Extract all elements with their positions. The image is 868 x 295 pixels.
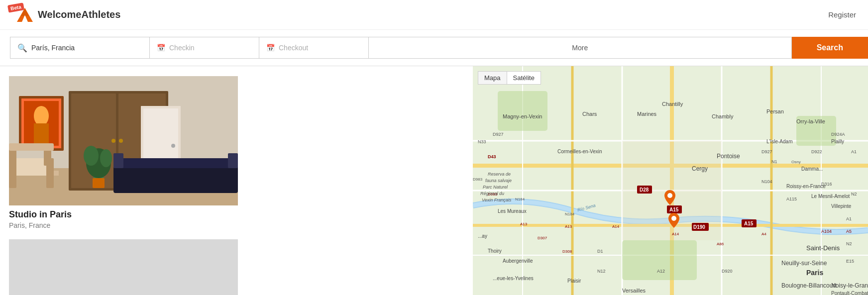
map-controls: Mapa Satélite (478, 71, 541, 85)
svg-text:Vexin Français: Vexin Français (482, 197, 512, 202)
map-pin-1[interactable] (664, 190, 675, 207)
svg-text:Damma...: Damma... (801, 166, 823, 172)
svg-text:N184: N184 (565, 212, 575, 216)
svg-rect-27 (228, 153, 238, 168)
svg-text:Le Mesnil-Amelot: Le Mesnil-Amelot (811, 194, 850, 199)
calendar-checkin-icon: 📅 (157, 44, 165, 52)
svg-text:fauna salvaje: fauna salvaje (485, 178, 512, 183)
svg-text:Cergy: Cergy (692, 165, 708, 172)
svg-text:A15: A15 (744, 221, 754, 226)
checkin-field[interactable]: 📅 (149, 37, 259, 59)
map-tab-satellite[interactable]: Satélite (507, 71, 541, 85)
svg-text:Orry-la-Ville: Orry-la-Ville (796, 118, 825, 124)
map-tab-mapa[interactable]: Mapa (478, 71, 507, 85)
logo-area: Beta WelcomeAthletes (12, 6, 120, 24)
svg-point-128 (667, 193, 672, 198)
svg-text:A1: A1 (846, 216, 852, 221)
header: Beta WelcomeAthletes Register (0, 0, 868, 30)
search-bar: 🔍 📅 📅 More Search (0, 30, 868, 66)
svg-rect-23 (9, 143, 54, 151)
svg-rect-26 (113, 153, 123, 168)
svg-text:A115: A115 (786, 197, 797, 201)
svg-text:D308: D308 (562, 249, 572, 254)
svg-rect-16 (34, 123, 49, 143)
svg-text:Plaisir: Plaisir (567, 278, 581, 284)
more-label: More (572, 44, 588, 52)
svg-text:D43: D43 (488, 154, 496, 159)
svg-text:D920: D920 (722, 269, 733, 274)
svg-point-7 (111, 139, 115, 143)
svg-text:A1: A1 (851, 149, 857, 154)
svg-rect-33 (9, 239, 238, 295)
svg-text:Noisy-le-Grand: Noisy-le-Grand (831, 282, 868, 289)
svg-text:A5: A5 (846, 229, 852, 234)
checkout-field[interactable]: 📅 (259, 37, 368, 59)
svg-text:D927: D927 (493, 132, 504, 137)
svg-text:Villepinte: Villepinte (831, 203, 852, 209)
listing-card[interactable]: Marco's caverne Clichy, France (9, 239, 238, 295)
svg-text:Chars: Chars (582, 111, 597, 117)
svg-text:D1: D1 (597, 249, 603, 254)
svg-text:Thoiry: Thoiry (488, 248, 502, 254)
svg-text:L'Isle-Adam: L'Isle-Adam (766, 139, 793, 144)
svg-text:A86: A86 (717, 242, 724, 246)
svg-text:Cormeilles-en-Vexin: Cormeilles-en-Vexin (557, 149, 602, 154)
svg-text:Osny: Osny (791, 160, 801, 164)
search-icon: 🔍 (17, 43, 27, 53)
svg-text:A4: A4 (761, 232, 766, 236)
svg-text:A13: A13 (565, 224, 572, 229)
svg-point-15 (34, 106, 49, 126)
svg-text:Pontault-Combat: Pontault-Combat (831, 291, 868, 295)
svg-text:Aubergenville: Aubergenville (503, 258, 533, 264)
listings-panel: Studio in Paris Paris, France Marco's ca… (0, 66, 473, 295)
svg-text:Pontoise: Pontoise (717, 153, 740, 160)
svg-text:D983: D983 (473, 177, 483, 182)
svg-text:D307: D307 (538, 236, 547, 240)
svg-text:N33: N33 (478, 139, 486, 144)
more-field[interactable]: More (368, 37, 792, 59)
svg-text:A14: A14 (672, 232, 679, 236)
checkout-input[interactable] (279, 44, 361, 52)
map-pin-2[interactable] (668, 213, 679, 230)
svg-text:Versailles: Versailles (622, 288, 646, 294)
svg-text:D924A: D924A (831, 132, 845, 137)
svg-point-11 (171, 144, 175, 148)
svg-text:Plailly: Plailly (831, 139, 844, 144)
listing-card[interactable]: Studio in Paris Paris, France (9, 76, 238, 229)
listing-title: Studio in Paris (9, 209, 238, 220)
svg-text:N12: N12 (597, 269, 606, 274)
svg-text:Reserva de: Reserva de (488, 172, 511, 177)
svg-text:Les Mureaux: Les Mureaux (498, 208, 527, 214)
svg-text:Parc Naturel: Parc Naturel (483, 185, 508, 190)
location-field[interactable]: 🔍 (10, 37, 149, 59)
svg-text:D190: D190 (693, 224, 705, 230)
svg-point-31 (100, 149, 112, 167)
svg-point-8 (119, 139, 123, 143)
svg-text:A13: A13 (520, 222, 528, 226)
search-button[interactable]: Search (792, 37, 868, 59)
map-area: Mapa Satélite (473, 66, 868, 295)
svg-text:D28: D28 (640, 187, 649, 193)
svg-text:Boulogne-Billancourt: Boulogne-Billancourt (781, 282, 837, 289)
svg-rect-47 (498, 91, 547, 131)
svg-text:A104: A104 (821, 229, 832, 234)
svg-text:N184: N184 (515, 197, 525, 201)
svg-rect-25 (113, 158, 238, 168)
map-background: D927 D924A N33 D43 D922 D927 A1 D983 D98… (473, 66, 868, 295)
location-input[interactable] (31, 44, 142, 52)
svg-text:D927: D927 (761, 149, 772, 154)
svg-text:N2: N2 (851, 192, 857, 197)
checkin-input[interactable] (169, 44, 252, 52)
register-button[interactable]: Register (828, 10, 856, 19)
svg-text:A12: A12 (657, 269, 665, 274)
svg-rect-32 (93, 178, 105, 188)
main-content: Studio in Paris Paris, France Marco's ca… (0, 66, 868, 295)
calendar-checkout-icon: 📅 (266, 44, 275, 52)
svg-text:A15: A15 (669, 207, 679, 212)
svg-text:Roissy-en-France: Roissy-en-France (786, 184, 826, 189)
svg-point-129 (671, 216, 676, 221)
svg-text:Neuilly-sur-Seine: Neuilly-sur-Seine (781, 260, 827, 267)
listing-image (9, 76, 238, 205)
svg-text:N2: N2 (846, 241, 852, 246)
svg-text:N104: N104 (761, 179, 772, 184)
